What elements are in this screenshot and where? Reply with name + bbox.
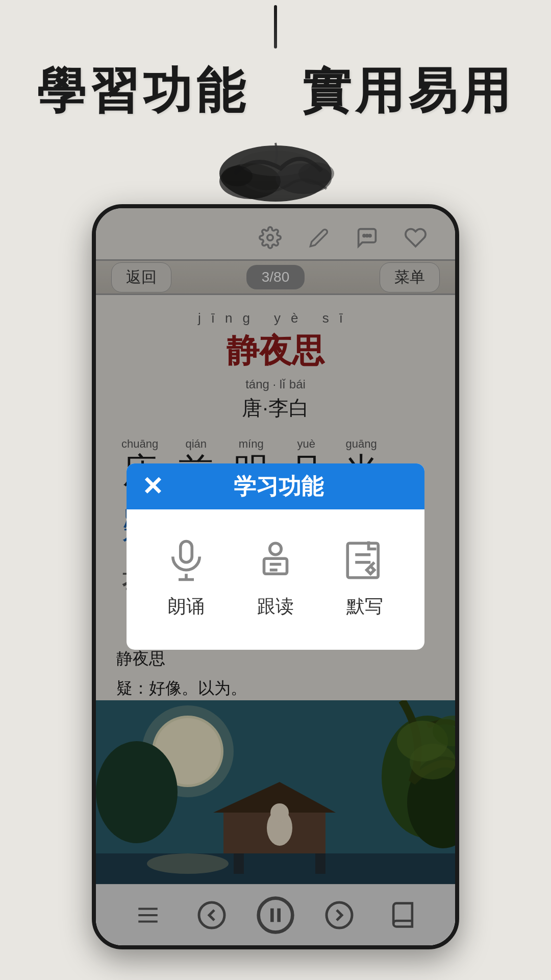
svg-rect-32 <box>264 558 287 574</box>
dictation-label: 默写 <box>346 594 383 619</box>
phone-screen: 返回 3/80 菜单 jīng yè sī 静夜思 táng · lǐ bái … <box>96 208 455 945</box>
svg-rect-28 <box>181 542 192 562</box>
modal-close-button[interactable]: ✕ <box>142 472 163 501</box>
recitation-item[interactable]: 朗诵 <box>161 535 212 619</box>
modal-content: 朗诵 跟读 <box>127 509 424 650</box>
follow-read-label: 跟读 <box>257 594 294 619</box>
svg-point-31 <box>270 543 282 555</box>
recitation-label: 朗诵 <box>168 594 205 619</box>
svg-point-4 <box>222 166 253 186</box>
modal-title: 学习功能 <box>173 472 384 502</box>
reading-icon <box>250 535 301 586</box>
modal-header: ✕ 学习功能 <box>127 463 424 509</box>
writing-icon <box>339 535 390 586</box>
phone-mockup: 返回 3/80 菜单 jīng yè sī 静夜思 táng · lǐ bái … <box>92 204 459 949</box>
svg-point-5 <box>298 162 334 185</box>
microphone-icon <box>161 535 212 586</box>
dictation-item[interactable]: 默写 <box>339 535 390 619</box>
ink-blob-decoration <box>209 133 342 214</box>
page-title: 學習功能 實用易用 <box>37 59 514 125</box>
learning-modal: ✕ 学习功能 朗诵 <box>127 463 424 650</box>
ink-drop-decoration <box>274 5 277 48</box>
svg-line-38 <box>370 562 374 567</box>
top-area: 學習功能 實用易用 <box>0 0 551 214</box>
follow-read-item[interactable]: 跟读 <box>250 535 301 619</box>
